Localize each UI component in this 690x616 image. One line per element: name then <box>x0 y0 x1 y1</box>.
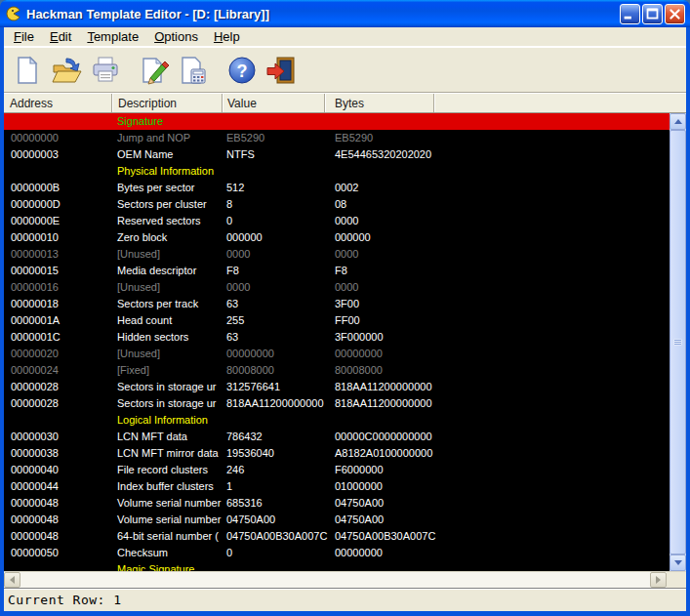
cell-bytes: 00000000 <box>325 545 434 561</box>
cell-value: 512 <box>223 180 325 196</box>
table-row[interactable]: 00000044Index buffer clusters101000000 <box>4 478 670 495</box>
cell-bytes <box>325 412 434 429</box>
scroll-up-button[interactable] <box>670 113 686 130</box>
menu-edit[interactable]: Edit <box>42 27 79 46</box>
cell-bytes: 000000 <box>325 229 434 246</box>
cell-description: Sectors per track <box>112 296 223 312</box>
cell-address: 00000018 <box>4 296 112 312</box>
table-row[interactable]: 0000000DSectors per cluster808 <box>4 196 670 213</box>
cell-address: 00000003 <box>4 146 112 163</box>
table-row[interactable]: 00000048Volume serial number68531604750A… <box>4 495 670 512</box>
menu-options[interactable]: Options <box>146 27 206 46</box>
cell-value: 0 <box>223 213 325 229</box>
exit-button[interactable] <box>262 52 301 89</box>
scroll-right-button[interactable] <box>650 572 667 588</box>
open-folder-icon <box>51 55 82 86</box>
cell-value <box>223 113 325 130</box>
table-row[interactable]: 0000000EReserved sectors00000 <box>4 213 670 229</box>
column-header-value[interactable]: Value <box>223 94 325 112</box>
table-row[interactable]: 00000028Sectors in storage ur31257664181… <box>4 379 670 395</box>
table-row[interactable]: 00000024[Fixed]8000800080008000 <box>4 362 670 379</box>
scroll-left-button[interactable] <box>4 572 20 588</box>
cell-value: 00000000 <box>223 346 325 362</box>
table-row[interactable]: 0000001AHead count255FF00 <box>4 312 670 329</box>
table-row[interactable]: 00000030LCN MFT data78643200000C00000000… <box>4 429 670 445</box>
table-row[interactable]: 00000028Sectors in storage ur818AA112000… <box>4 395 670 412</box>
table-row[interactable]: 00000050Checksum000000000 <box>4 545 670 561</box>
window-controls <box>620 4 685 24</box>
cell-address: 0000000D <box>4 196 112 213</box>
table-row[interactable]: 00000048Volume serial number04750A000475… <box>4 512 670 528</box>
table-row[interactable]: 0000001CHidden sectors633F000000 <box>4 329 670 346</box>
thumb-grip-icon <box>674 344 681 345</box>
cell-description: Checksum <box>112 545 223 561</box>
cell-address: 00000028 <box>4 379 112 395</box>
section-row[interactable]: Physical Information <box>4 163 670 180</box>
column-header-bytes[interactable]: Bytes <box>325 94 434 112</box>
table-row[interactable]: 00000020[Unused]0000000000000000 <box>4 346 670 362</box>
exit-door-icon <box>265 55 297 86</box>
print-button[interactable] <box>86 52 125 89</box>
horizontal-scroll-track[interactable] <box>20 572 650 588</box>
calculate-button[interactable] <box>174 52 213 89</box>
cell-address: 00000048 <box>4 528 112 545</box>
app-window: Hackman Template Editor - [D: [Library]]… <box>0 0 690 616</box>
maximize-button[interactable] <box>642 4 663 24</box>
section-row[interactable]: Magic Signature <box>4 561 670 571</box>
cell-value: 0000 <box>223 246 325 263</box>
cell-description: Sectors in storage ur <box>112 395 223 412</box>
cell-bytes: 3F00 <box>325 296 434 312</box>
column-header-address[interactable]: Address <box>4 94 112 112</box>
cell-address: 00000010 <box>4 229 112 246</box>
menu-bar: File Edit Template Options Help <box>4 27 686 47</box>
cell-description: Volume serial number <box>112 495 223 512</box>
table-row[interactable]: 00000016[Unused]00000000 <box>4 279 670 296</box>
table-row[interactable]: 00000013[Unused]00000000 <box>4 246 670 263</box>
cell-address: 00000044 <box>4 478 112 495</box>
cell-address: 00000048 <box>4 512 112 528</box>
table-row[interactable]: 0000004864-bit serial number (04750A00B3… <box>4 528 670 545</box>
table-row[interactable]: 00000040File record clusters246F6000000 <box>4 462 670 478</box>
close-button[interactable] <box>665 4 685 24</box>
cell-description: [Fixed] <box>112 362 223 379</box>
menu-help[interactable]: Help <box>206 27 248 46</box>
minimize-button[interactable] <box>620 4 640 24</box>
table-row[interactable]: 00000010Zero block000000000000 <box>4 229 670 246</box>
table-row[interactable]: 00000038LCN MFT mirror data19536040A8182… <box>4 445 670 462</box>
up-arrow-icon <box>674 119 682 124</box>
cell-bytes: 3F000000 <box>325 329 434 346</box>
title-bar[interactable]: Hackman Template Editor - [D: [Library]] <box>0 0 690 27</box>
cell-bytes: 0000 <box>325 246 434 263</box>
cell-value: 685316 <box>223 495 325 512</box>
cell-value: 63 <box>223 296 325 312</box>
cell-address: 0000000B <box>4 180 112 196</box>
template-grid: Address Description Value Bytes Signatur… <box>4 93 686 588</box>
open-button[interactable] <box>47 52 86 89</box>
column-header-description[interactable]: Description <box>112 94 223 112</box>
vertical-scrollbar[interactable] <box>670 113 686 571</box>
table-row[interactable]: 00000000Jump and NOPEB5290EB5290 <box>4 130 670 146</box>
edit-button[interactable] <box>135 52 174 89</box>
table-row[interactable]: 00000003OEM NameNTFS4E54465320202020 <box>4 146 670 163</box>
vertical-scroll-thumb[interactable] <box>670 130 686 554</box>
table-row[interactable]: 00000015Media descriptorF8F8 <box>4 263 670 279</box>
menu-file[interactable]: File <box>6 27 42 46</box>
cell-description: LCN MFT data <box>112 429 223 445</box>
cell-value: 19536040 <box>223 445 325 462</box>
table-row[interactable]: 00000018Sectors per track633F00 <box>4 296 670 312</box>
cell-bytes <box>325 113 434 130</box>
section-row[interactable]: Signature <box>4 113 670 130</box>
table-row[interactable]: 0000000BBytes per sector5120002 <box>4 180 670 196</box>
new-button[interactable] <box>8 52 47 89</box>
cell-description: Volume serial number <box>112 512 223 528</box>
cell-value: 246 <box>223 462 325 478</box>
cell-description: Index buffer clusters <box>112 478 223 495</box>
cell-description: Sectors per cluster <box>112 196 223 213</box>
scroll-down-button[interactable] <box>670 554 686 571</box>
horizontal-scrollbar[interactable] <box>4 571 686 588</box>
help-button[interactable]: ? <box>223 52 262 89</box>
cell-description: Zero block <box>112 229 223 246</box>
menu-template[interactable]: Template <box>79 27 146 46</box>
section-row[interactable]: Logical Information <box>4 412 670 429</box>
vertical-scroll-track[interactable] <box>670 130 686 554</box>
